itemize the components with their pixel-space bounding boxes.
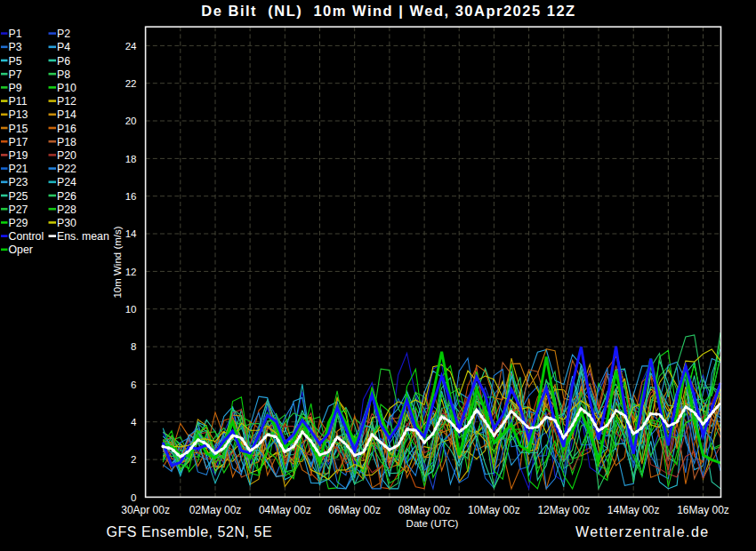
svg-text:14May 00z: 14May 00z <box>607 504 660 516</box>
svg-text:P4: P4 <box>57 41 70 53</box>
svg-text:De Bilt (NL) 10m Wind | Wed,: De Bilt (NL) 10m Wind | Wed, 30Apr2025 1… <box>201 3 575 19</box>
svg-text:P26: P26 <box>57 190 76 203</box>
svg-text:P19: P19 <box>9 149 28 162</box>
svg-text:06May 00z: 06May 00z <box>328 504 381 516</box>
svg-text:12: 12 <box>125 267 137 277</box>
svg-text:P22: P22 <box>57 163 76 175</box>
svg-text:P14: P14 <box>57 108 76 121</box>
svg-text:P21: P21 <box>9 163 28 175</box>
svg-text:22: 22 <box>125 78 137 89</box>
svg-text:P10: P10 <box>57 82 76 94</box>
svg-text:P13: P13 <box>9 108 28 121</box>
svg-text:P20: P20 <box>57 149 76 162</box>
svg-text:02May 00z: 02May 00z <box>189 504 242 516</box>
svg-text:18: 18 <box>125 154 137 164</box>
svg-text:08May 00z: 08May 00z <box>398 504 451 516</box>
svg-text:2: 2 <box>131 454 136 465</box>
svg-text:Control: Control <box>9 230 44 243</box>
svg-text:Wetterzentrale.de: Wetterzentrale.de <box>575 524 710 539</box>
svg-text:P15: P15 <box>9 123 28 135</box>
svg-text:30Apr 00z: 30Apr 00z <box>121 504 170 516</box>
svg-text:P9: P9 <box>9 82 22 94</box>
svg-text:P24: P24 <box>57 176 76 188</box>
svg-text:8: 8 <box>131 341 136 352</box>
svg-text:P1: P1 <box>9 28 22 40</box>
svg-text:P16: P16 <box>57 123 76 135</box>
svg-text:Oper: Oper <box>9 244 33 256</box>
svg-text:10: 10 <box>125 304 137 315</box>
svg-text:4: 4 <box>131 417 137 427</box>
svg-text:P3: P3 <box>9 41 22 53</box>
svg-text:Ens. mean: Ens. mean <box>57 230 109 243</box>
svg-text:P11: P11 <box>9 95 28 108</box>
svg-text:P2: P2 <box>57 28 70 40</box>
svg-text:P27: P27 <box>9 204 28 216</box>
svg-text:10May 00z: 10May 00z <box>468 504 520 516</box>
svg-text:10m Wind (m/s): 10m Wind (m/s) <box>112 226 123 298</box>
svg-text:P28: P28 <box>57 204 76 216</box>
svg-text:P23: P23 <box>9 176 28 188</box>
svg-text:20: 20 <box>125 116 137 126</box>
svg-text:04May 00z: 04May 00z <box>259 504 311 516</box>
svg-text:P8: P8 <box>57 68 70 81</box>
svg-text:GFS Ensemble, 52N, 5E: GFS Ensemble, 52N, 5E <box>107 524 273 539</box>
svg-text:P18: P18 <box>57 136 76 148</box>
svg-text:14: 14 <box>125 228 137 239</box>
svg-text:P5: P5 <box>9 55 22 68</box>
svg-text:12May 00z: 12May 00z <box>537 504 590 516</box>
svg-text:P29: P29 <box>9 217 28 229</box>
svg-text:0: 0 <box>131 492 136 503</box>
svg-text:P6: P6 <box>57 55 70 68</box>
svg-text:16May 00z: 16May 00z <box>677 504 729 516</box>
svg-text:P17: P17 <box>9 136 28 148</box>
svg-text:P7: P7 <box>9 68 22 81</box>
svg-text:6: 6 <box>131 379 136 390</box>
svg-text:16: 16 <box>125 191 137 202</box>
svg-text:P30: P30 <box>57 217 76 229</box>
svg-text:Date (UTC): Date (UTC) <box>406 518 459 529</box>
svg-text:P25: P25 <box>9 190 28 203</box>
svg-text:P12: P12 <box>57 95 76 108</box>
svg-text:24: 24 <box>125 41 137 52</box>
